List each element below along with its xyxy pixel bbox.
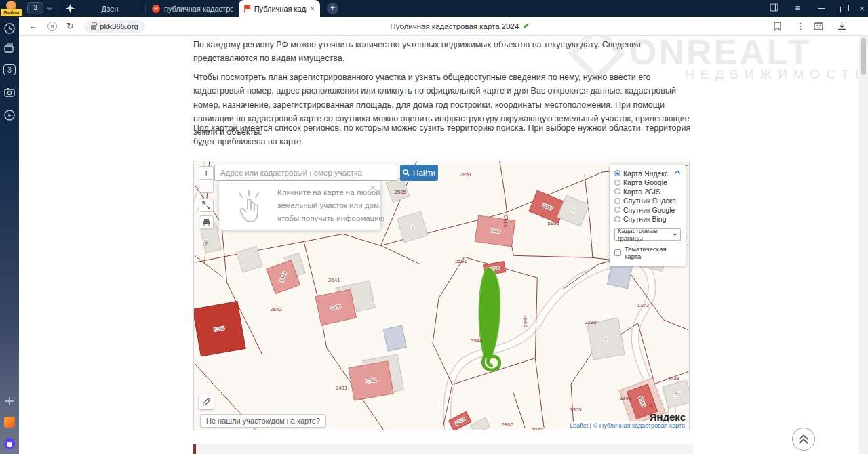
radio-icon[interactable] — [614, 207, 620, 213]
tab-count-badge[interactable]: 3 — [27, 2, 43, 14]
layer-option-label: Спутник Яндекс — [623, 197, 676, 205]
back-icon[interactable]: ← — [28, 21, 37, 31]
tabs-panel-badge[interactable]: 3 — [3, 64, 16, 75]
bookmark-icon[interactable] — [774, 22, 781, 31]
menu-icon[interactable]: ≡ — [792, 3, 803, 14]
watermark-subtitle: НЕДВИЖИМОСТЬ — [685, 67, 859, 82]
layer-option-4[interactable]: Спутник Google — [614, 205, 681, 215]
fullscreen-button[interactable] — [199, 199, 214, 212]
paragraph: По каждому региону РФ можно уточнить кол… — [193, 38, 693, 66]
page-title: Публичная кадастровая карта 2024 ✔ — [277, 17, 643, 35]
next-section-strip — [193, 444, 693, 454]
close-window-button[interactable]: × — [856, 3, 867, 14]
chevron-down-icon[interactable] — [47, 6, 52, 12]
radio-icon[interactable] — [614, 170, 620, 176]
refresh-icon[interactable]: ↻ — [66, 21, 74, 31]
map-attribution: Leaflet | © Публичная кадастровая карта — [567, 421, 688, 430]
yandex-services-icon[interactable]: Я — [47, 22, 57, 31]
find-button[interactable]: Найти — [400, 165, 438, 181]
zoom-out-button[interactable]: − — [199, 180, 214, 193]
collapse-chevron-icon[interactable] — [674, 170, 681, 175]
building[interactable] — [471, 417, 490, 430]
double-chevron-up-icon — [797, 433, 810, 445]
lock-icon — [91, 25, 96, 30]
search-input[interactable] — [214, 165, 397, 181]
add-panel-icon[interactable] — [3, 395, 16, 407]
tab-dzen[interactable]: Дзен — [76, 0, 144, 17]
radio-icon[interactable] — [614, 188, 620, 194]
verified-check-icon: ✔ — [523, 22, 529, 30]
parcel-label: 2641 — [328, 277, 340, 283]
radio-icon[interactable] — [614, 216, 620, 222]
restore-button[interactable] — [837, 3, 848, 14]
zoom-in-button[interactable]: + — [199, 166, 214, 180]
history-icon[interactable] — [3, 22, 16, 35]
scrollbar-thumb[interactable] — [861, 38, 866, 75]
layer-option-label: Спутник Bing — [623, 215, 667, 223]
feed-icon[interactable] — [3, 43, 16, 55]
layer-option-1[interactable]: Карта Google — [614, 178, 681, 188]
zoom-controls: + − — [199, 166, 214, 193]
boundaries-select-value: Кадастровые границы — [618, 227, 673, 242]
tab-label: публичная кадастровая к — [164, 5, 233, 13]
yandex-app-icon[interactable] — [4, 417, 15, 428]
parcel-label: 2862 — [502, 421, 514, 428]
measure-button[interactable] — [199, 394, 214, 409]
thematic-label: Тематическая карта — [625, 245, 681, 260]
parcel-boundary — [380, 245, 419, 264]
parcel-label: 2585 — [394, 189, 406, 195]
tab-search[interactable]: Я публичная кадастровая к — [152, 0, 236, 17]
parcel-label: 5944 — [522, 315, 528, 327]
cadastral-map[interactable]: 160466007А604653435370516557925425605360… — [193, 161, 690, 430]
scroll-to-top-button[interactable] — [792, 428, 815, 451]
radio-icon[interactable] — [614, 180, 620, 186]
new-tab-button[interactable]: + — [327, 3, 338, 14]
minimize-button[interactable] — [816, 3, 827, 14]
screenshot-icon[interactable] — [3, 86, 16, 98]
parcel-label: 2591 — [455, 258, 467, 264]
close-icon[interactable]: × — [370, 182, 376, 193]
side-panel-icon[interactable] — [768, 3, 779, 14]
parcel-label: 2851 — [460, 171, 472, 178]
sparkle-icon[interactable] — [66, 4, 75, 13]
hint-line: Кликните на карте на любой — [277, 186, 374, 199]
parcel-label: 1365 — [570, 407, 582, 413]
leaflet-link[interactable]: Leaflet — [570, 422, 588, 429]
parcel-label: 4 — [649, 403, 652, 409]
building[interactable] — [383, 325, 406, 351]
layer-option-label: Карта 2GIS — [623, 188, 660, 196]
page-content: ONREALT НЕДВИЖИМОСТЬ По каждому региону … — [19, 36, 859, 454]
boundaries-select[interactable]: Кадастровые границы — [614, 228, 681, 241]
hint-line: чтобы получить информацию — [277, 212, 374, 225]
url-chip[interactable]: pkk365.org — [84, 20, 145, 33]
page-scrollbar[interactable] — [859, 36, 868, 454]
parcel-label: 2642 — [270, 306, 282, 312]
print-button[interactable] — [199, 215, 214, 229]
alice-app-icon[interactable] — [4, 438, 15, 449]
not-found-bubble[interactable]: Не нашли участок/дом на карте? — [200, 414, 326, 428]
address-bar: ← Я ↻ pkk365.org Публичная кадастровая к… — [19, 17, 868, 36]
parcel-label: 4499 — [620, 396, 632, 402]
layer-option-label: Карта Google — [623, 178, 667, 186]
kebab-menu-icon[interactable]: ⋮ — [796, 21, 805, 31]
layer-option-5[interactable]: Спутник Bing — [614, 215, 681, 224]
download-icon[interactable] — [837, 22, 846, 31]
parcel-label: 2481 — [336, 385, 348, 391]
thematic-checkbox[interactable] — [614, 249, 621, 256]
radio-icon[interactable] — [614, 198, 620, 204]
tab-active-cadastral-map[interactable]: Публичная кадастрова × — [239, 0, 320, 17]
layer-option-2[interactable]: Карта 2GIS — [614, 187, 681, 197]
extension-icon[interactable] — [814, 22, 824, 31]
thematic-map-row[interactable]: Тематическая карта — [614, 245, 681, 260]
login-button[interactable]: Войти — [1, 9, 22, 16]
layer-option-0[interactable]: Карта Яндекс — [614, 169, 681, 178]
close-tab-icon[interactable]: × — [310, 4, 315, 14]
video-icon[interactable] — [3, 109, 16, 121]
tab-label: Публичная кадастрова — [254, 5, 307, 13]
layer-option-3[interactable]: Спутник Яндекс — [614, 197, 681, 206]
parcel-boundary — [195, 255, 223, 277]
layer-option-label: Спутник Google — [623, 206, 675, 214]
highlighted-parcel[interactable] — [479, 268, 500, 358]
pkk-link[interactable]: © Публичная кадастровая карта — [593, 422, 685, 429]
layer-option-label: Карта Яндекс — [623, 169, 668, 178]
